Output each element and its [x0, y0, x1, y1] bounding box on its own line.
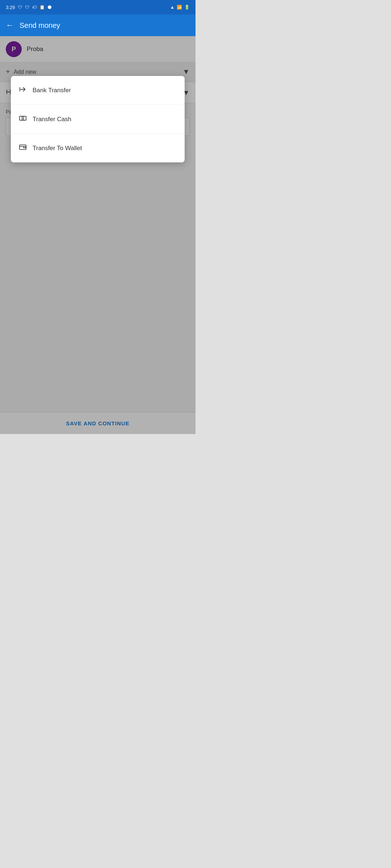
status-time: 3:29 [6, 5, 15, 10]
dropdown-item-transfer-cash[interactable]: Transfer Cash [11, 105, 185, 134]
transfer-cash-option-icon [19, 114, 27, 124]
transfer-cash-option-label: Transfer Cash [33, 116, 71, 123]
page-title: Send money [20, 21, 60, 30]
notif-dot [48, 5, 51, 9]
back-button[interactable]: ← [6, 21, 14, 30]
signal-icon: 📶 [177, 5, 182, 10]
bank-transfer-option-icon [19, 85, 27, 95]
dropdown-item-bank-transfer[interactable]: Bank Transfer [11, 76, 185, 105]
sim-icon: 📋 [39, 5, 45, 10]
shield-check-icon: 🛡 [25, 5, 29, 10]
dropdown-item-transfer-to-wallet[interactable]: Transfer To Wallet [11, 134, 185, 162]
svg-rect-5 [20, 145, 26, 150]
wifi-icon: ▲ [170, 5, 175, 10]
transfer-to-wallet-option-label: Transfer To Wallet [33, 145, 82, 152]
status-bar-right: ▲ 📶 🔋 [170, 5, 190, 10]
tag-icon: 🏷 [32, 5, 37, 10]
svg-rect-4 [20, 116, 26, 120]
app-header: ← Send money [0, 14, 196, 36]
status-bar-left: 3:29 🛡 🛡 🏷 📋 [6, 5, 51, 10]
shield-icon: 🛡 [18, 5, 22, 10]
main-content: P + Add new ▼ Bank Transfer ▼ Partner ac… [0, 36, 196, 434]
battery-icon: 🔋 [184, 5, 190, 10]
bank-transfer-option-label: Bank Transfer [33, 87, 71, 94]
transfer-type-dropdown: Bank Transfer Transfer Cash [11, 76, 185, 162]
status-bar: 3:29 🛡 🛡 🏷 📋 ▲ 📶 🔋 [0, 0, 196, 14]
transfer-to-wallet-option-icon [19, 143, 27, 153]
